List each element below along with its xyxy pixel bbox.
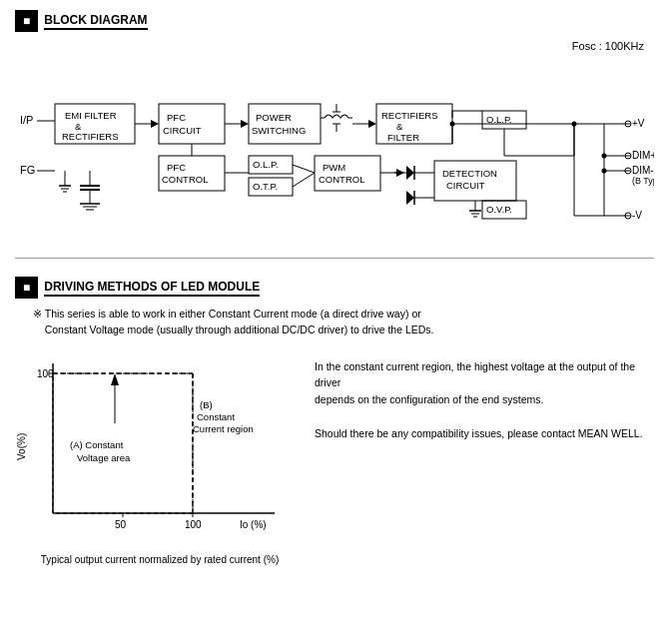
svg-rect-14 (159, 104, 225, 144)
note-symbol: ※ (33, 308, 45, 320)
block-diagram-container: I/P FG EMI FILTER & RECTIFIERS PFC CIRCU… (15, 56, 654, 246)
svg-marker-80 (406, 166, 414, 180)
description-line-2: depends on the configuration of the end … (315, 391, 654, 408)
svg-text:100: 100 (185, 519, 202, 530)
svg-text:EMI FILTER: EMI FILTER (65, 110, 117, 121)
description-line-3: Should there be any compatibility issues… (315, 425, 654, 442)
svg-text:Voltage area: Voltage area (77, 452, 131, 463)
description-line-1: In the constant current region, the high… (315, 358, 654, 392)
svg-text:Current region: Current region (193, 423, 254, 434)
svg-line-76 (293, 165, 315, 173)
svg-text:Io (%): Io (%) (240, 519, 267, 530)
svg-text:(A)  Constant: (A) Constant (70, 439, 124, 450)
block-diagram-svg: I/P FG EMI FILTER & RECTIFIERS PFC CIRCU… (15, 56, 654, 246)
section-divider (15, 258, 654, 259)
block-diagram-icon: ■ (15, 10, 38, 32)
svg-text:PFC: PFC (167, 162, 186, 173)
svg-marker-18 (241, 120, 249, 128)
svg-text:FILTER: FILTER (387, 132, 419, 143)
svg-text:I/P: I/P (20, 114, 33, 126)
svg-text:CIRCUIT: CIRCUIT (446, 180, 485, 191)
svg-text:FG: FG (20, 164, 35, 176)
svg-text:RECTIFIERS: RECTIFIERS (62, 131, 118, 142)
driving-title: DRIVING METHODS OF LED MODULE (44, 280, 260, 297)
svg-marker-29 (368, 120, 376, 128)
svg-text:SWITCHING: SWITCHING (252, 125, 306, 136)
svg-text:&: & (396, 121, 403, 132)
svg-text:O.L.P.: O.L.P. (253, 159, 279, 170)
svg-text:O.V.P.: O.V.P. (486, 204, 512, 215)
svg-marker-13 (151, 120, 159, 128)
driving-methods-section: ■ DRIVING METHODS OF LED MODULE ※ This s… (15, 277, 654, 565)
svg-point-63 (602, 169, 607, 174)
svg-marker-116 (111, 373, 119, 385)
driving-graph-svg: Vo(%) 100 50 100 Io (%) (15, 348, 305, 548)
svg-line-77 (293, 173, 315, 187)
driving-icon: ■ (15, 277, 38, 299)
graph-caption: Typical output current normalized by rat… (15, 554, 305, 565)
svg-text:DIM+: DIM+ (632, 150, 654, 161)
svg-text:PFC: PFC (167, 112, 186, 123)
svg-text:RECTIFIERS: RECTIFIERS (381, 110, 437, 121)
svg-text:DETECTION: DETECTION (442, 168, 497, 179)
svg-text:(B): (B) (200, 399, 213, 410)
svg-text:+V: +V (632, 118, 645, 129)
driving-header: ■ DRIVING METHODS OF LED MODULE (15, 277, 654, 299)
svg-text:O.T.P.: O.T.P. (253, 181, 278, 192)
driving-note: ※ This series is able to work in either … (33, 307, 654, 338)
svg-text:(B Type): (B Type) (632, 176, 654, 186)
fosc-label: Fosc : 100KHz (15, 40, 654, 52)
svg-text:PWM: PWM (323, 162, 345, 173)
svg-text:CONTROL: CONTROL (319, 174, 364, 185)
svg-text:POWER: POWER (256, 112, 292, 123)
svg-text:DIM-: DIM- (632, 165, 654, 176)
svg-point-62 (602, 154, 607, 159)
note-text: This series is able to work in either Co… (33, 308, 434, 335)
graph-area: Vo(%) 100 50 100 Io (%) (15, 348, 305, 565)
block-diagram-title: BLOCK DIAGRAM (44, 13, 147, 30)
svg-text:Constant: Constant (197, 411, 235, 422)
svg-text:CIRCUIT: CIRCUIT (163, 125, 202, 136)
svg-marker-83 (406, 191, 414, 205)
block-diagram-header: ■ BLOCK DIAGRAM (15, 10, 654, 32)
svg-text:CONTROL: CONTROL (162, 174, 208, 185)
svg-text:100: 100 (37, 368, 54, 379)
svg-text:50: 50 (115, 519, 127, 530)
svg-text:Vo(%): Vo(%) (16, 432, 27, 459)
svg-text:-V: -V (632, 210, 642, 221)
graph-description: In the constant current region, the high… (315, 348, 654, 442)
driving-content: Vo(%) 100 50 100 Io (%) (15, 348, 654, 565)
svg-text:O.L.P.: O.L.P. (486, 114, 512, 125)
svg-rect-19 (249, 104, 321, 144)
